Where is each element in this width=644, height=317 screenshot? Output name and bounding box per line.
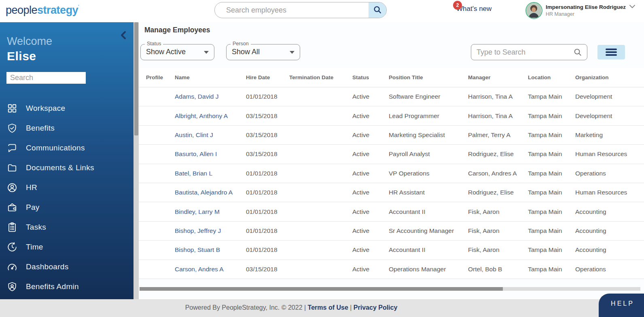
employee-name-link-text[interactable]: Bindley, Larry M xyxy=(175,208,220,215)
sidebar-menu: Workspace Benefits Communications xyxy=(0,98,133,296)
organization-cell: Operations xyxy=(575,170,641,177)
employee-name-link-text[interactable]: Batel, Brian L xyxy=(175,170,212,177)
table-row[interactable]: Basurto, Allen I 03/15/2018 Active Payro… xyxy=(139,145,644,164)
status-filter-select[interactable]: Status Show Active xyxy=(140,44,214,60)
user-menu[interactable]: Impersonating Elise Rodriguez HR Manager xyxy=(525,2,636,19)
sidebar-item-benefits[interactable]: Benefits xyxy=(0,118,133,138)
hire-date-cell: 03/15/2018 xyxy=(246,266,289,273)
manager-cell: Harrison, Tina A xyxy=(468,93,528,100)
sidebar-item-documents-links[interactable]: Documents & Links xyxy=(0,158,133,178)
location-cell: Tampa Main xyxy=(528,246,575,254)
hire-date-cell: 01/01/2018 xyxy=(246,227,289,235)
employee-name-link: Albright, Anthony A xyxy=(175,112,246,120)
column-header-status[interactable]: Status xyxy=(352,74,389,80)
employee-name-link-text[interactable]: Bishop, Stuart B xyxy=(175,246,220,253)
sidebar-search-input[interactable] xyxy=(6,72,86,84)
footer-separator: | xyxy=(304,304,306,311)
user-role: HR Manager xyxy=(546,11,626,17)
sidebar-collapse-button[interactable] xyxy=(118,30,129,41)
status-cell: Active xyxy=(352,227,389,235)
organization-cell: Accounting xyxy=(575,208,641,216)
organization-cell: Development xyxy=(575,112,641,120)
sidebar-item-label: Tasks xyxy=(26,223,46,232)
filters-bar: Status Show Active Person Show All xyxy=(140,42,644,61)
table-row[interactable]: Bautista, Alejandro A 01/01/2018 Active … xyxy=(139,183,644,202)
manager-cell: Fisk, Aaron xyxy=(468,246,528,254)
table-search-input[interactable] xyxy=(471,48,573,57)
employee-name-link-text[interactable]: Austin, Clint J xyxy=(175,131,213,138)
status-cell: Active xyxy=(352,112,389,120)
position-title-cell: Marketing Specialist xyxy=(389,131,468,139)
column-header-hire-date[interactable]: Hire Date xyxy=(246,74,289,80)
hire-date-cell: 01/01/2018 xyxy=(246,189,289,196)
column-header-location[interactable]: Location xyxy=(528,74,575,80)
manager-cell: Rodriguez, Elise xyxy=(468,189,528,196)
sidebar-item-label: Benefits Admin xyxy=(26,282,79,291)
column-header-name[interactable]: Name xyxy=(175,74,246,80)
table-row[interactable]: Batel, Brian L 01/01/2018 Active VP Oper… xyxy=(139,164,644,183)
sidebar-item-tasks[interactable]: Tasks xyxy=(0,217,133,237)
column-header-profile[interactable]: Profile xyxy=(139,74,175,80)
employee-name-link: Bishop, Jeffrey J xyxy=(175,227,246,235)
table-row[interactable]: Austin, Clint J 03/15/2018 Active Market… xyxy=(139,126,644,145)
page-title: Manage Employees xyxy=(144,26,644,34)
table-row[interactable]: Carson, Andres A 03/15/2018 Active Opera… xyxy=(139,260,644,279)
column-header-organization[interactable]: Organization xyxy=(575,74,641,80)
person-filter-select[interactable]: Person Show All xyxy=(226,44,300,60)
location-cell: Tampa Main xyxy=(528,150,575,158)
employee-name-link-text[interactable]: Basurto, Allen I xyxy=(175,150,217,157)
employee-name-link-text[interactable]: Carson, Andres A xyxy=(175,266,224,273)
sidebar-item-workspace[interactable]: Workspace xyxy=(0,98,133,118)
employee-name-link: Austin, Clint J xyxy=(175,131,246,139)
sidebar-item-label: HR xyxy=(26,183,37,192)
manager-cell: Palmer, Terry A xyxy=(468,131,528,139)
table-row[interactable]: Bindley, Larry M 01/01/2018 Active Accou… xyxy=(139,202,644,221)
table-row[interactable]: Bishop, Jeffrey J 01/01/2018 Active Sr A… xyxy=(139,222,644,241)
employee-search-button[interactable] xyxy=(369,2,386,18)
hire-date-cell: 01/01/2018 xyxy=(246,246,289,254)
column-header-position-title[interactable]: Position Title xyxy=(389,74,468,80)
employee-name-link-text[interactable]: Bishop, Jeffrey J xyxy=(175,227,221,234)
table-body: Adams, David J 01/01/2018 Active Softwar… xyxy=(139,87,644,279)
sidebar-item-label: Communications xyxy=(26,144,85,152)
sidebar-item-dashboards[interactable]: Dashboards xyxy=(0,257,133,277)
sidebar-item-time[interactable]: Time xyxy=(0,237,133,257)
sidebar-item-label: Benefits xyxy=(26,124,55,133)
help-button[interactable]: HELP xyxy=(599,294,644,317)
notification-badge: 2 xyxy=(453,1,462,10)
sidebar: Welcome Elise Workspace Ben xyxy=(0,22,133,299)
table-menu-button[interactable] xyxy=(597,45,625,59)
employee-search-input[interactable] xyxy=(215,2,369,18)
table-row[interactable]: Bishop, Stuart B 01/01/2018 Active Accou… xyxy=(139,241,644,260)
sidebar-user-first-name: Elise xyxy=(7,49,133,63)
whats-new-link[interactable]: 2 What's new xyxy=(452,0,497,16)
horizontal-scrollbar xyxy=(140,287,640,291)
employee-name-link-text[interactable]: Adams, David J xyxy=(175,93,219,100)
terms-of-use-link[interactable]: Terms of Use xyxy=(308,304,348,311)
vertical-scrollbar-thumb[interactable] xyxy=(134,22,138,135)
privacy-policy-link[interactable]: Privacy Policy xyxy=(354,304,398,311)
avatar xyxy=(525,2,542,19)
column-header-manager[interactable]: Manager xyxy=(468,74,528,80)
hire-date-cell: 01/01/2018 xyxy=(246,93,289,100)
position-title-cell: Software Engineer xyxy=(389,93,468,100)
location-cell: Tampa Main xyxy=(528,93,575,100)
position-title-cell: Payroll Analyst xyxy=(389,150,468,158)
logo-text-strategy: strategy xyxy=(37,4,78,16)
column-header-termination-date[interactable]: Termination Date xyxy=(289,74,352,80)
employee-name-link-text[interactable]: Bautista, Alejandro A xyxy=(175,189,233,196)
employee-name-link-text[interactable]: Albright, Anthony A xyxy=(175,112,228,119)
position-title-cell: Operations Manager xyxy=(389,266,468,273)
table-row[interactable]: Albright, Anthony A 03/15/2018 Active Le… xyxy=(139,106,644,125)
horizontal-scrollbar-thumb[interactable] xyxy=(140,287,503,291)
sidebar-item-hr[interactable]: HR xyxy=(0,178,133,197)
footer-separator: | xyxy=(350,304,352,311)
manager-cell: Carson, Andres A xyxy=(468,170,528,177)
sidebar-item-label: Pay xyxy=(26,203,40,212)
sidebar-item-communications[interactable]: Communications xyxy=(0,138,133,158)
table-row[interactable]: Adams, David J 01/01/2018 Active Softwar… xyxy=(139,87,644,106)
hire-date-cell: 03/15/2018 xyxy=(246,150,289,158)
sidebar-item-benefits-admin[interactable]: Benefits Admin xyxy=(0,277,133,296)
sidebar-item-pay[interactable]: Pay xyxy=(0,197,133,217)
hire-date-cell: 03/15/2018 xyxy=(246,131,289,139)
